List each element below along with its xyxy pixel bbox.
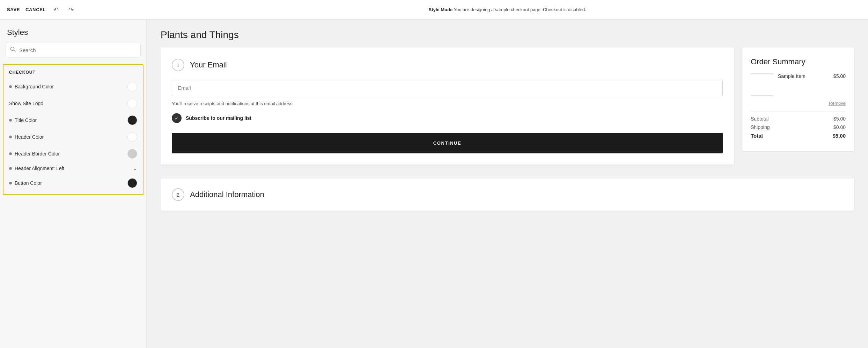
dot-indicator <box>9 136 12 138</box>
background-color-swatch[interactable] <box>127 82 137 92</box>
undo-button[interactable]: ↶ <box>51 5 61 15</box>
style-row-title-color[interactable]: Title Color <box>3 112 143 129</box>
style-row-header-color[interactable]: Header Color <box>3 129 143 145</box>
page-title: Plants and Things <box>147 20 868 48</box>
subtotal-row: Subtotal $5.00 <box>751 116 846 122</box>
shipping-value: $0.00 <box>833 124 846 130</box>
order-summary-title: Order Summary <box>751 57 846 66</box>
item-price: $5.00 <box>833 73 846 79</box>
step1-title: Your Email <box>190 60 227 70</box>
step2-title: Additional Information <box>190 190 264 199</box>
checkmark-icon: ✓ <box>175 115 179 121</box>
shipping-row: Shipping $0.00 <box>751 124 846 130</box>
save-button[interactable]: SAVE <box>7 6 20 14</box>
style-row-button-color[interactable]: Button Color <box>3 175 143 191</box>
title-color-label: Title Color <box>15 117 37 123</box>
search-container <box>6 43 141 57</box>
dot-indicator <box>9 167 12 170</box>
main-layout: Styles CHECKOUT Background Color <box>0 20 868 348</box>
divider <box>751 111 846 112</box>
step1-number: 1 <box>172 59 184 71</box>
style-row-background-color[interactable]: Background Color <box>3 78 143 95</box>
cancel-button[interactable]: CANCEL <box>25 6 46 14</box>
email-notice: You'll receive receipts and notification… <box>172 101 723 106</box>
checkout-content: 1 Your Email You'll receive receipts and… <box>147 48 868 179</box>
remove-link[interactable]: Remove <box>751 101 846 106</box>
search-icon <box>10 46 16 53</box>
sidebar-title: Styles <box>0 20 146 43</box>
subscribe-checkbox[interactable]: ✓ <box>172 113 182 123</box>
button-color-swatch[interactable] <box>127 178 137 188</box>
continue-button[interactable]: CONTINUE <box>172 133 723 153</box>
button-color-label: Button Color <box>15 180 42 186</box>
chevron-down-icon: ⌄ <box>133 166 137 171</box>
step2-number: 2 <box>172 188 184 201</box>
top-bar-left: SAVE CANCEL ↶ ↷ <box>7 5 154 15</box>
search-input[interactable] <box>19 47 136 53</box>
show-site-logo-toggle[interactable] <box>127 99 137 108</box>
total-value: $5.00 <box>832 133 846 139</box>
step1-header: 1 Your Email <box>172 59 723 71</box>
style-row-header-border-color[interactable]: Header Border Color <box>3 145 143 162</box>
dot-indicator <box>9 85 12 88</box>
subtotal-label: Subtotal <box>751 116 768 122</box>
header-alignment-label: Header Alignment: Left <box>15 166 64 171</box>
title-color-swatch[interactable] <box>127 115 137 125</box>
shipping-label: Shipping <box>751 124 770 130</box>
style-row-show-site-logo[interactable]: Show Site Logo <box>3 95 143 112</box>
total-label: Total <box>751 133 763 139</box>
header-color-label: Header Color <box>15 134 44 140</box>
subtotal-value: $5.00 <box>833 116 846 122</box>
header-border-color-swatch[interactable] <box>127 149 137 159</box>
subscribe-label: Subscribe to our mailing list <box>186 115 251 121</box>
subscribe-row: ✓ Subscribe to our mailing list <box>172 113 723 123</box>
svg-line-1 <box>14 50 15 52</box>
checkout-section: CHECKOUT Background Color Show Site Logo <box>3 64 144 195</box>
sidebar: Styles CHECKOUT Background Color <box>0 20 147 348</box>
dot-indicator <box>9 119 12 122</box>
header-color-swatch[interactable] <box>127 132 137 142</box>
top-bar: SAVE CANCEL ↶ ↷ Style Mode You are desig… <box>0 0 868 20</box>
background-color-label: Background Color <box>15 84 54 89</box>
total-row: Total $5.00 <box>751 133 846 139</box>
order-summary-card: Order Summary Sample Item $5.00 Remove S… <box>742 48 854 151</box>
item-name: Sample Item <box>778 73 806 79</box>
redo-button[interactable]: ↷ <box>66 5 76 15</box>
item-thumbnail <box>751 73 773 96</box>
additional-info-section: 2 Additional Information <box>161 179 854 211</box>
header-border-color-label: Header Border Color <box>15 151 60 157</box>
style-mode-notice: Style Mode You are designing a sample ch… <box>154 7 861 12</box>
checkout-section-header: CHECKOUT <box>3 65 143 78</box>
order-item-row: Sample Item $5.00 <box>751 73 846 96</box>
style-row-header-alignment[interactable]: Header Alignment: Left ⌄ <box>3 162 143 175</box>
show-site-logo-label: Show Site Logo <box>9 101 43 106</box>
content-area: Plants and Things 1 Your Email You'll re… <box>147 20 868 348</box>
email-input[interactable] <box>172 80 723 96</box>
dot-indicator <box>9 182 12 184</box>
dot-indicator <box>9 152 12 155</box>
checkout-form-card: 1 Your Email You'll receive receipts and… <box>161 48 734 165</box>
step2-header: 2 Additional Information <box>172 188 843 201</box>
